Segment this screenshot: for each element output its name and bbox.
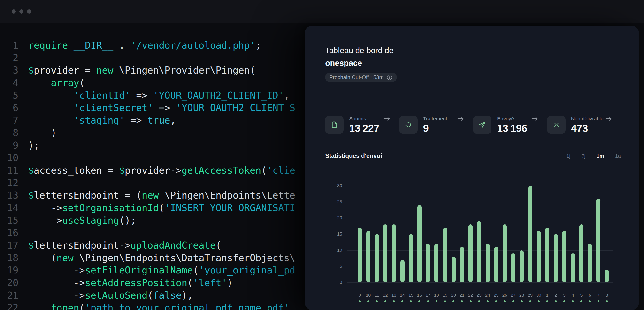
bar-11[interactable] — [375, 234, 379, 283]
x-axis-label: 28 — [519, 293, 524, 298]
range-option-1m[interactable]: 1m — [596, 153, 604, 159]
range-selector: 1j7j1m1a — [566, 153, 621, 159]
bar-5[interactable] — [579, 224, 584, 283]
bar-2[interactable] — [554, 234, 558, 283]
bar-3[interactable] — [562, 231, 566, 283]
range-option-1j[interactable]: 1j — [566, 153, 570, 159]
day-dot — [436, 300, 438, 302]
line-number: 21 — [0, 289, 18, 302]
code-text: ) — [28, 127, 56, 139]
x-icon — [547, 116, 566, 134]
bar-27[interactable] — [511, 253, 515, 283]
day-dot — [359, 300, 361, 302]
code-text: 'staging' => true, — [28, 114, 176, 127]
code-text: array( — [28, 77, 85, 89]
arrow-right-icon[interactable] — [605, 116, 612, 121]
code-text: $access_token = $provider->getAccessToke… — [28, 164, 295, 177]
code-text: require __DIR__ . '/vendor/autoload.php'… — [28, 39, 261, 52]
day-dot — [546, 300, 548, 302]
line-number: 13 — [0, 189, 18, 202]
stat-value: 9 — [423, 123, 464, 134]
code-line: 10 — [0, 152, 295, 164]
line-number: 10 — [0, 152, 18, 164]
x-axis-label: 16 — [417, 293, 422, 298]
line-number: 20 — [0, 277, 18, 289]
stat-label: Envoyé — [497, 116, 514, 122]
line-number: 7 — [0, 114, 18, 127]
bar-20[interactable] — [452, 257, 456, 283]
y-axis-label: 15 — [327, 232, 342, 236]
bar-25[interactable] — [494, 247, 498, 283]
line-number: 15 — [0, 214, 18, 227]
bar-16[interactable] — [418, 205, 422, 283]
bar-9[interactable] — [358, 228, 362, 283]
day-dot — [376, 300, 378, 302]
window-dot[interactable] — [12, 9, 16, 13]
code-text: $lettersEndpoint->uploadAndCreate( — [28, 239, 221, 252]
day-dot — [410, 300, 412, 302]
window-dot[interactable] — [19, 9, 24, 13]
bar-4[interactable] — [571, 253, 575, 283]
bar-15[interactable] — [409, 234, 413, 283]
stat-body: Traitement 9 — [423, 116, 473, 134]
code-line: 16 — [0, 227, 295, 239]
x-axis-label: 2 — [555, 293, 557, 298]
code-line: 13$lettersEndpoint = (new \Pingen\Endpoi… — [0, 189, 295, 202]
dashboard-title: Tableau de bord de — [325, 46, 394, 55]
cutoff-badge[interactable]: Prochain Cut-Off : 53m — [325, 73, 397, 82]
bar-29[interactable] — [528, 186, 532, 283]
x-axis-label: 18 — [434, 293, 439, 298]
line-number: 2 — [0, 52, 18, 64]
stat-card-non-delivrable[interactable]: Non délivrable 473 — [547, 111, 621, 139]
bar-24[interactable] — [486, 244, 490, 283]
bar-8[interactable] — [605, 270, 609, 283]
stat-value: 13 227 — [349, 123, 390, 134]
x-axis-label: 29 — [528, 293, 533, 298]
code-text: ->setOrganisationId('INSERT_YOUR_ORGANIS… — [28, 202, 295, 214]
bar-12[interactable] — [383, 224, 387, 283]
info-icon[interactable] — [386, 74, 393, 81]
window-dot[interactable] — [27, 9, 31, 13]
line-number: 17 — [0, 239, 18, 252]
bar-21[interactable] — [460, 247, 464, 283]
stat-card-envoye[interactable]: Envoyé 13 196 — [473, 111, 547, 139]
y-axis-label: 5 — [327, 264, 342, 268]
stat-card-soumis[interactable]: Soumis 13 227 — [325, 111, 399, 139]
stat-card-traitement[interactable]: Traitement 9 — [399, 111, 473, 139]
divider — [325, 104, 621, 104]
code-line: 4 array( — [0, 77, 295, 89]
code-text: ->setAddressPosition('left') — [28, 277, 233, 289]
arrow-right-icon[interactable] — [531, 116, 538, 121]
bar-1[interactable] — [545, 228, 549, 283]
day-dot — [452, 300, 454, 302]
bar-18[interactable] — [434, 244, 438, 283]
bar-13[interactable] — [392, 224, 396, 283]
range-option-1a[interactable]: 1a — [615, 153, 621, 159]
bar-30[interactable] — [537, 231, 541, 283]
bar-14[interactable] — [400, 260, 404, 283]
range-option-7j[interactable]: 7j — [582, 153, 586, 159]
day-dot — [564, 300, 565, 302]
x-axis-label: 7 — [597, 293, 600, 298]
bar-17[interactable] — [426, 244, 430, 283]
bar-10[interactable] — [366, 231, 370, 283]
line-number: 19 — [0, 264, 18, 277]
bar-28[interactable] — [520, 250, 524, 283]
day-dot — [402, 300, 403, 302]
bar-22[interactable] — [468, 224, 472, 283]
gridline — [347, 186, 613, 186]
code-line: 14 ->setOrganisationId('INSERT_YOUR_ORGA… — [0, 202, 295, 214]
arrow-right-icon[interactable] — [457, 116, 464, 121]
line-number: 4 — [0, 77, 18, 89]
bar-6[interactable] — [588, 244, 592, 283]
bar-23[interactable] — [477, 221, 481, 283]
line-number: 12 — [0, 177, 18, 189]
x-axis-label: 22 — [468, 293, 473, 298]
bar-26[interactable] — [502, 224, 507, 283]
bar-19[interactable] — [443, 228, 447, 283]
arrow-right-icon[interactable] — [383, 116, 390, 121]
bar-7[interactable] — [596, 198, 600, 283]
x-axis-label: 26 — [502, 293, 507, 298]
x-axis-label: 13 — [392, 293, 396, 298]
code-text: 'clientSecret' => 'YOUR_OAUTH2_CLIENT_S — [28, 102, 295, 114]
